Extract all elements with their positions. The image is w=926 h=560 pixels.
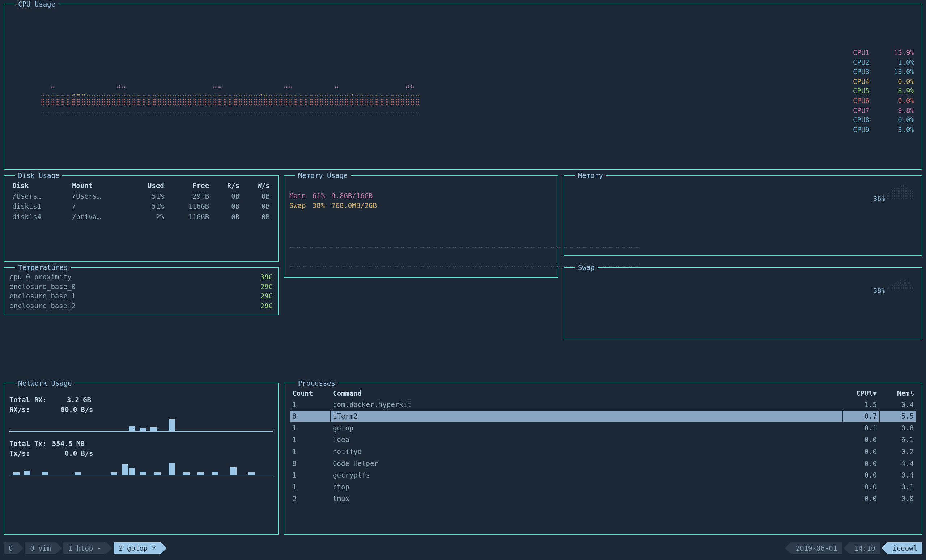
network-usage-panel: Network Usage Total RX: 3.2 GB RX/s: 60.… — [4, 383, 278, 535]
cpu-title: CPU Usage — [15, 0, 58, 9]
disk-free: 116GB — [167, 212, 211, 222]
proc-count: 8 — [290, 458, 330, 469]
disk-mount: / — [70, 201, 129, 211]
net-tx-rate-unit: B/s — [81, 449, 93, 459]
disk-used: 51% — [130, 191, 166, 201]
temp-title: Temperatures — [15, 263, 71, 272]
proc-command: gocryptfs — [331, 469, 842, 481]
cpu-braille-graph: ⠀⠀⣀⠀⠀⠀⠀⠀⠀⠀⠀⠀⠀⠀⠀⣠⣀⠀⠀⠀⠀⠀⠀⠀⠀⠀⠀⠀⠀⠀⠀⠀⠀⠀⣀⣀⠀⠀⠀⠀… — [41, 80, 828, 115]
cpu-legend-row: CPU58.9% — [853, 86, 914, 96]
process-row[interactable]: 1notifyd0.00.2 — [290, 446, 916, 457]
proc-hdr-cpu[interactable]: CPU%▼ — [843, 389, 879, 398]
swap-spark-value: 38% — [873, 286, 885, 295]
disk-ws: 0B — [242, 191, 272, 201]
process-row[interactable]: 8iTerm20.75.5 — [290, 410, 916, 422]
proc-mem: 5.5 — [880, 410, 916, 422]
proc-mem: 0.4 — [880, 469, 916, 481]
mem-swap-label: Swap — [289, 201, 306, 210]
cpu-name: CPU8 — [853, 115, 878, 125]
proc-command: ctop — [331, 481, 842, 493]
cpu-legend: CPU113.9%CPU21.0%CPU313.0%CPU40.0%CPU58.… — [853, 48, 914, 134]
proc-cpu: 0.0 — [843, 434, 879, 445]
cpu-value: 9.8% — [885, 106, 914, 115]
disk-table: Disk Mount Used Free R/s W/s /Users…/Use… — [9, 180, 273, 222]
proc-count: 1 — [290, 469, 330, 481]
net-rx-total-unit: GB — [83, 395, 91, 405]
disk-ws: 0B — [242, 212, 272, 222]
mem-spark-value: 36% — [873, 194, 885, 204]
swap-sparkline-panel: Swap 38% ⢀⣀ ⣠⣶⣿⣿⣷⡀ ⣴⣿⣿⣿⣿⣿⣿⣦ — [564, 267, 922, 339]
cpu-legend-row: CPU313.0% — [853, 67, 914, 77]
proc-count: 1 — [290, 446, 330, 457]
cpu-legend-row: CPU113.9% — [853, 48, 914, 58]
processes-panel[interactable]: Processes Count Command CPU%▼ Mem% 1com.… — [284, 383, 922, 535]
tmux-window-tab[interactable]: 2 gotop * — [113, 542, 161, 554]
disk-name: disk1s4 — [10, 212, 69, 222]
process-row[interactable]: 8Code Helper0.04.4 — [290, 458, 916, 469]
temp-value: 29C — [260, 301, 273, 311]
net-rx-bars — [9, 417, 273, 431]
session-indicator[interactable]: 0 — [4, 542, 18, 554]
process-row[interactable]: 1ctop0.00.1 — [290, 481, 916, 493]
swap-spark-graph: ⢀⣀ ⣠⣶⣿⣿⣷⡀ ⣴⣿⣿⣿⣿⣿⣿⣦ — [886, 275, 915, 290]
disk-ws: 0B — [242, 201, 272, 211]
proc-count: 8 — [290, 410, 330, 422]
proc-hdr-count[interactable]: Count — [290, 389, 330, 398]
mem-main-pct: 61% — [313, 191, 325, 201]
cpu-legend-row: CPU80.0% — [853, 115, 914, 125]
cpu-value: 0.0% — [885, 96, 914, 106]
disk-hdr-ws: W/s — [242, 181, 272, 191]
disk-hdr-mount: Mount — [70, 181, 129, 191]
temp-name: enclosure_base_1 — [9, 291, 76, 301]
process-row[interactable]: 1gotop0.10.8 — [290, 422, 916, 434]
mem-main-label: Main — [289, 191, 306, 201]
proc-command: gotop — [331, 422, 842, 434]
cpu-name: CPU1 — [853, 48, 878, 58]
net-title: Network Usage — [15, 378, 75, 388]
cpu-name: CPU9 — [853, 125, 878, 135]
net-tx-bars — [9, 461, 273, 475]
proc-table: Count Command CPU%▼ Mem% 1com.docker.hyp… — [289, 388, 917, 505]
proc-hdr-command[interactable]: Command — [331, 389, 842, 398]
disk-row: disk1s4/priva…2%116GB0B0B — [10, 212, 272, 222]
proc-count: 1 — [290, 399, 330, 410]
temp-name: enclosure_base_2 — [9, 301, 76, 311]
temp-value: 39C — [260, 272, 273, 282]
temp-row: cpu_0_proximity39C — [9, 272, 273, 282]
cpu-legend-row: CPU79.8% — [853, 106, 914, 115]
proc-mem: 0.2 — [880, 446, 916, 457]
cpu-name: CPU5 — [853, 86, 878, 96]
proc-hdr-mem[interactable]: Mem% — [880, 389, 916, 398]
temp-name: cpu_0_proximity — [9, 272, 72, 282]
disk-row: /Users…/Users…51%29TB0B0B — [10, 191, 272, 201]
cpu-legend-row: CPU93.0% — [853, 125, 914, 135]
disk-usage-panel: Disk Usage Disk Mount Used Free R/s W/s … — [4, 175, 278, 262]
process-row[interactable]: 2tmux0.00.0 — [290, 493, 916, 504]
proc-cpu: 0.0 — [843, 481, 879, 493]
tmux-window-tab[interactable]: 1 htop - — [63, 542, 107, 554]
disk-hdr-used: Used — [130, 181, 166, 191]
process-row[interactable]: 1com.docker.hyperkit1.50.4 — [290, 399, 916, 410]
memory-usage-panel: Memory Usage Main 61% 9.8GB/16GB Swap 38… — [284, 175, 558, 278]
cpu-value: 8.9% — [885, 86, 914, 96]
disk-free: 29TB — [167, 191, 211, 201]
process-row[interactable]: 1idea0.06.1 — [290, 434, 916, 445]
temp-name: enclosure_base_0 — [9, 282, 76, 292]
cpu-name: CPU7 — [853, 106, 878, 115]
mem-spark-graph: ⢀⣤⣦⡀ ⢀⣴⣿⣿⣿⣿⣷⣄ ⣿⣿⣿⣿⣿⣿⣿⣿ — [886, 183, 915, 198]
proc-cpu: 0.0 — [843, 458, 879, 469]
disk-used: 51% — [130, 201, 166, 211]
mem-braille-graph: ⣀⣀⣀⣀⣀⣀⣀⣀⣀⣀⣀⣀⣀⣀⣀⣀⣀⣀⣀⣀⣀⣀⣀⣀⣀⣀⣀⣀⣀⣀⣀⣀⣀⣀⣀⣀⣀⣀⣀⣀… — [289, 239, 553, 268]
proc-count: 1 — [290, 422, 330, 434]
proc-command: com.docker.hyperkit — [331, 399, 842, 410]
cpu-value: 13.0% — [885, 67, 914, 77]
proc-command: Code Helper — [331, 458, 842, 469]
net-tx-total: 554.5 — [50, 439, 73, 449]
process-row[interactable]: 1gocryptfs0.00.4 — [290, 469, 916, 481]
tmux-window-tab[interactable]: 0 vim — [25, 542, 56, 554]
memory-sparkline-panel: Memory 36% ⢀⣤⣦⡀ ⢀⣴⣿⣿⣿⣿⣷⣄ ⣿⣿⣿⣿⣿⣿⣿⣿ — [564, 175, 922, 256]
status-host: iceowl — [887, 542, 922, 554]
proc-cpu: 1.5 — [843, 399, 879, 410]
cpu-name: CPU4 — [853, 77, 878, 86]
disk-hdr-rs: R/s — [212, 181, 242, 191]
